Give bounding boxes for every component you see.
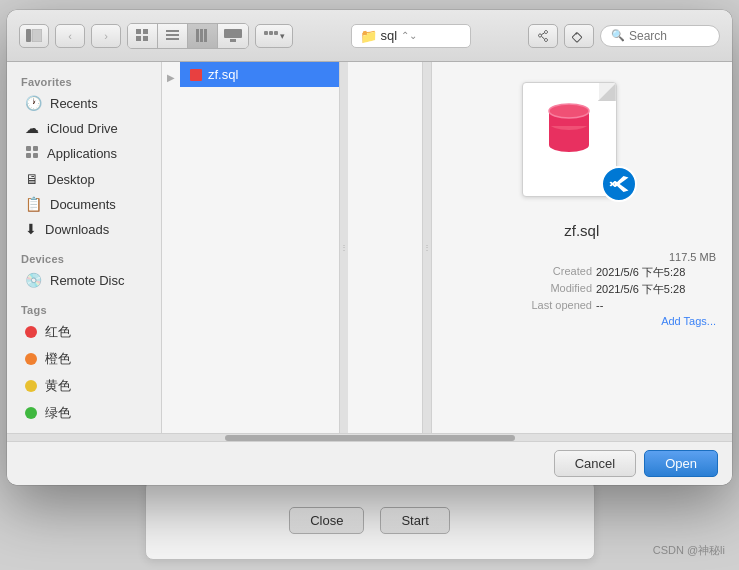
gallery-view-button[interactable] xyxy=(218,24,248,48)
preview-meta: 117.5 MB Created 2021/5/6 下午5:28 Modifie… xyxy=(448,251,717,327)
open-button[interactable]: Open xyxy=(644,450,718,477)
db-icon xyxy=(543,103,595,153)
created-value: 2021/5/6 下午5:28 xyxy=(596,265,716,280)
remote-disc-icon: 💿 xyxy=(25,272,42,288)
svg-rect-12 xyxy=(224,29,242,38)
back-button[interactable]: ‹ xyxy=(55,24,85,48)
sidebar-item-tag-orange[interactable]: 橙色 xyxy=(11,346,157,372)
svg-rect-10 xyxy=(200,29,203,42)
svg-rect-16 xyxy=(274,31,278,35)
red-tag-dot xyxy=(25,326,37,338)
sidebar-item-documents[interactable]: 📋 Documents xyxy=(11,192,157,216)
svg-rect-2 xyxy=(136,29,141,34)
sidebar-item-downloads[interactable]: ⬇ Downloads xyxy=(11,217,157,241)
sidebar-item-label: Downloads xyxy=(45,222,109,237)
path-label: sql xyxy=(381,28,398,43)
icloud-icon: ☁ xyxy=(25,120,39,136)
column-divider[interactable]: ⋮ xyxy=(340,62,348,433)
svg-rect-11 xyxy=(204,29,207,42)
forward-button[interactable]: › xyxy=(91,24,121,48)
preview-panel: zf.sql 117.5 MB Created 2021/5/6 下午5:28 … xyxy=(432,62,733,433)
horizontal-scrollbar[interactable] xyxy=(7,433,732,441)
toolbar: ‹ › ▾ xyxy=(7,10,732,62)
file-dialog: ‹ › ▾ xyxy=(7,10,732,485)
column-view-button[interactable] xyxy=(188,24,218,48)
sidebar-item-tag-yellow[interactable]: 黄色 xyxy=(11,373,157,399)
watermark: CSDN @神秘li xyxy=(653,543,725,558)
sidebar: Favorites 🕐 Recents ☁ iCloud Drive Appli… xyxy=(7,62,162,433)
bottom-bar: Cancel Open xyxy=(7,441,732,485)
svg-rect-14 xyxy=(264,31,268,35)
recents-icon: 🕐 xyxy=(25,95,42,111)
file-item-label: zf.sql xyxy=(208,67,238,82)
svg-line-17 xyxy=(541,32,544,34)
svg-rect-9 xyxy=(196,29,199,42)
search-input[interactable] xyxy=(629,29,709,43)
sidebar-item-label: Recents xyxy=(50,96,98,111)
sidebar-item-label: Remote Disc xyxy=(50,273,124,288)
sidebar-item-recents[interactable]: 🕐 Recents xyxy=(11,91,157,115)
desktop-icon: 🖥 xyxy=(25,171,39,187)
sql-file-icon-small xyxy=(190,69,202,81)
svg-rect-13 xyxy=(230,39,236,42)
sidebar-item-label: iCloud Drive xyxy=(47,121,118,136)
share-button[interactable] xyxy=(528,24,558,48)
action-button[interactable]: ▾ xyxy=(255,24,293,48)
green-tag-dot xyxy=(25,407,37,419)
close-button[interactable]: Close xyxy=(289,507,364,534)
svg-rect-4 xyxy=(136,36,141,41)
empty-column xyxy=(348,62,423,433)
column-divider-2[interactable]: ⋮ xyxy=(423,62,431,433)
svg-rect-21 xyxy=(26,146,31,151)
sidebar-item-applications[interactable]: Applications xyxy=(11,141,157,166)
tags-label: Tags xyxy=(7,298,161,318)
svg-point-20 xyxy=(576,32,578,34)
svg-rect-5 xyxy=(143,36,148,41)
yellow-tag-dot xyxy=(25,380,37,392)
svg-rect-15 xyxy=(269,31,273,35)
scrollbar-thumb[interactable] xyxy=(225,435,515,441)
modified-value: 2021/5/6 下午5:28 xyxy=(596,282,716,297)
search-box[interactable]: 🔍 xyxy=(600,25,720,47)
sidebar-item-desktop[interactable]: 🖥 Desktop xyxy=(11,167,157,191)
preview-filename: zf.sql xyxy=(564,222,599,239)
svg-rect-8 xyxy=(166,38,179,40)
sidebar-item-remote-disc[interactable]: 💿 Remote Disc xyxy=(11,268,157,292)
view-buttons xyxy=(127,23,249,49)
vscode-badge xyxy=(601,166,637,202)
downloads-icon: ⬇ xyxy=(25,221,37,237)
file-column: zf.sql xyxy=(180,62,340,433)
sidebar-item-label: 红色 xyxy=(45,323,71,341)
start-button[interactable]: Start xyxy=(380,507,449,534)
search-icon: 🔍 xyxy=(611,29,625,42)
collapse-indicator: ▶ xyxy=(162,62,180,433)
preview-icon xyxy=(522,82,642,212)
tag-button[interactable] xyxy=(564,24,594,48)
created-label: Created xyxy=(522,265,592,280)
folder-icon: 📁 xyxy=(360,28,377,44)
documents-icon: 📋 xyxy=(25,196,42,212)
svg-line-18 xyxy=(541,36,544,39)
sidebar-item-tag-green[interactable]: 绿色 xyxy=(11,400,157,426)
sidebar-item-label: 黄色 xyxy=(45,377,71,395)
background-window: Close Start xyxy=(145,480,595,560)
sidebar-item-label: Desktop xyxy=(47,172,95,187)
modified-label: Modified xyxy=(522,282,592,297)
list-view-button[interactable] xyxy=(158,24,188,48)
icon-view-button[interactable] xyxy=(128,24,158,48)
sidebar-toggle-button[interactable] xyxy=(19,24,49,48)
svg-rect-7 xyxy=(166,34,179,36)
last-opened-label: Last opened xyxy=(522,299,592,311)
file-item-zf-sql[interactable]: zf.sql xyxy=(180,62,339,87)
sidebar-item-tag-red[interactable]: 红色 xyxy=(11,319,157,345)
path-selector[interactable]: 📁 sql ⌃⌄ xyxy=(351,24,471,48)
columns-area: ▶ zf.sql ⋮ ⋮ xyxy=(162,62,432,433)
favorites-label: Favorites xyxy=(7,70,161,90)
svg-rect-0 xyxy=(26,29,31,42)
cancel-button[interactable]: Cancel xyxy=(554,450,636,477)
sidebar-item-icloud[interactable]: ☁ iCloud Drive xyxy=(11,116,157,140)
path-arrow: ⌃⌄ xyxy=(401,30,417,41)
svg-rect-6 xyxy=(166,30,179,32)
add-tags-link[interactable]: Add Tags... xyxy=(448,315,717,327)
sidebar-item-label: 橙色 xyxy=(45,350,71,368)
